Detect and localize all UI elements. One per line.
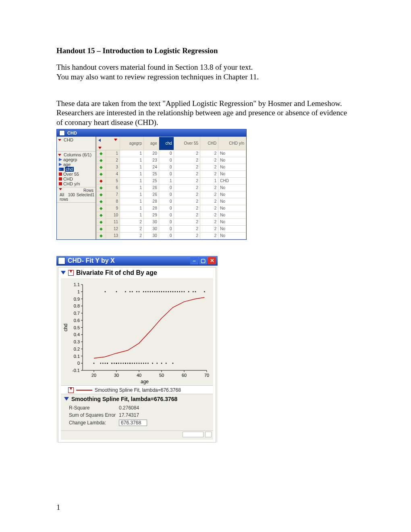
status-bar [61, 430, 213, 440]
svg-text:1.1: 1.1 [74, 282, 80, 287]
svg-rect-97 [177, 291, 178, 292]
svg-text:-0.1: -0.1 [72, 368, 80, 373]
table-row[interactable]: ◆1120022No [97, 150, 246, 157]
col-over55[interactable]: Over 55 [174, 137, 200, 150]
svg-rect-44 [102, 363, 103, 364]
intro-para-2: These data are taken from the text "Appl… [56, 99, 355, 127]
svg-rect-54 [118, 363, 119, 364]
fit-stats: Smoothing Spline Fit, lambda=676.3768 R-… [61, 394, 213, 430]
chd-data-window[interactable]: CHD CHD Columns (6/1) agegrpagechdOver 5… [56, 129, 247, 240]
column-item-chd[interactable]: chd [58, 167, 94, 172]
columns-header: Columns (6/1) [64, 152, 91, 157]
hotspot-icon[interactable] [68, 387, 74, 393]
disclosure-icon[interactable] [61, 271, 66, 274]
scatter-plot[interactable]: -0.100.10.20.30.40.50.60.70.80.911.12030… [61, 278, 213, 385]
column-label: CHD y/n [63, 181, 80, 186]
svg-rect-96 [174, 291, 175, 292]
table-row[interactable]: ◆11230022No [97, 218, 246, 225]
doc-title: Handout 15 – Introduction to Logistic Re… [56, 46, 355, 55]
lambda-input[interactable]: 676.3768 [119, 420, 147, 426]
table-row[interactable]: ◆8128022No [97, 198, 246, 205]
svg-text:40: 40 [137, 373, 141, 378]
svg-rect-50 [114, 363, 114, 364]
svg-rect-99 [181, 291, 182, 292]
hotspot-icon[interactable] [68, 270, 74, 276]
side-panel: CHD Columns (6/1) agegrpagechdOver 55CHD… [57, 137, 96, 239]
svg-rect-100 [184, 291, 185, 292]
menu-dropdown-icon[interactable] [114, 139, 117, 141]
table-row[interactable]: ◆9128022No [97, 205, 246, 212]
svg-rect-87 [154, 291, 155, 292]
intro-line-1: This handout covers material found in Se… [56, 63, 253, 71]
svg-text:30: 30 [114, 373, 119, 378]
svg-rect-83 [145, 291, 146, 292]
svg-rect-93 [168, 291, 169, 292]
svg-text:50: 50 [159, 373, 164, 378]
svg-rect-45 [105, 363, 106, 364]
table-row[interactable]: ◆3124022No [97, 164, 246, 170]
svg-rect-64 [136, 363, 137, 364]
svg-rect-92 [166, 291, 166, 292]
table-row[interactable]: ◆6126022No [97, 184, 246, 191]
fit-y-by-x-window[interactable]: CHD- Fit Y by X – ▢ ✕ Bivariate Fit of c… [56, 256, 218, 443]
svg-rect-86 [152, 291, 153, 292]
column-item-agegrp[interactable]: agegrp [58, 157, 94, 162]
app-icon [58, 257, 65, 264]
svg-text:0.4: 0.4 [74, 332, 80, 337]
table-row[interactable]: ◆10129022No [97, 212, 246, 218]
disclosure-icon[interactable] [59, 188, 62, 190]
rows-section: Rows All rows100Selected1Excluded0Hidden… [57, 187, 95, 203]
col-chdyn[interactable]: CHD y/n [218, 137, 246, 150]
minimize-button[interactable]: – [190, 257, 198, 264]
svg-rect-70 [152, 363, 153, 364]
svg-text:chd: chd [63, 324, 68, 331]
app-icon [59, 130, 65, 136]
column-item-chdyn[interactable]: CHD y/n [58, 181, 94, 186]
svg-text:0.1: 0.1 [74, 353, 80, 358]
column-item-age[interactable]: age [58, 162, 94, 167]
maximize-button[interactable]: ▢ [199, 257, 207, 264]
svg-rect-102 [193, 291, 193, 292]
table-row[interactable]: ◆5125121CHD [97, 177, 246, 184]
table-row[interactable]: ◆12230022No [97, 225, 246, 232]
table-row[interactable]: ◆7126022No [97, 191, 246, 198]
columns-section: Columns (6/1) agegrpagechdOver 55CHDCHD … [57, 152, 95, 187]
nominal-icon [59, 182, 62, 185]
window-titlebar[interactable]: CHD- Fit Y by X – ▢ ✕ [56, 256, 218, 266]
close-button[interactable]: ✕ [208, 257, 216, 264]
disclosure-icon[interactable] [58, 139, 61, 141]
col-age[interactable]: age [143, 137, 159, 150]
fit-legend[interactable]: Smoothing Spline Fit, lambda=676.3768 [61, 385, 213, 394]
rows-stat: Selected1 [76, 193, 95, 202]
svg-rect-80 [136, 291, 137, 292]
svg-rect-103 [195, 291, 196, 292]
svg-rect-42 [93, 363, 94, 364]
menu-dropdown-icon[interactable] [98, 147, 102, 149]
table-row[interactable]: ◆2123022No [97, 157, 246, 164]
column-label: age [63, 162, 71, 167]
svg-text:0.6: 0.6 [74, 318, 80, 323]
svg-rect-62 [132, 363, 133, 364]
disclosure-icon[interactable] [58, 154, 61, 156]
svg-text:0.5: 0.5 [74, 325, 80, 330]
svg-rect-91 [163, 291, 164, 292]
table-row[interactable]: ◆13230022No [97, 232, 246, 239]
data-grid[interactable]: agegrp age chd Over 55 CHD CHD y/n ◆1120… [96, 137, 246, 239]
nav-left-icon[interactable] [98, 139, 101, 142]
disclosure-icon[interactable] [64, 397, 69, 401]
column-item-chd[interactable]: CHD [58, 177, 94, 181]
col-chd[interactable]: chd [159, 137, 174, 150]
window-titlebar[interactable]: CHD [57, 129, 246, 137]
svg-rect-67 [143, 363, 144, 364]
svg-text:0: 0 [77, 361, 80, 366]
column-item-over55[interactable]: Over 55 [58, 172, 94, 177]
col-agegrp[interactable]: agegrp [120, 137, 144, 150]
legend-text: Smoothing Spline Fit, lambda=676.3768 [95, 387, 181, 393]
table-panel-label[interactable]: CHD [64, 137, 73, 142]
table-row[interactable]: ◆4125022No [97, 170, 246, 177]
column-label: Over 55 [63, 172, 79, 177]
svg-rect-89 [159, 291, 160, 292]
col-CHD2[interactable]: CHD [200, 137, 218, 150]
svg-rect-94 [170, 291, 171, 292]
svg-rect-82 [143, 291, 144, 292]
